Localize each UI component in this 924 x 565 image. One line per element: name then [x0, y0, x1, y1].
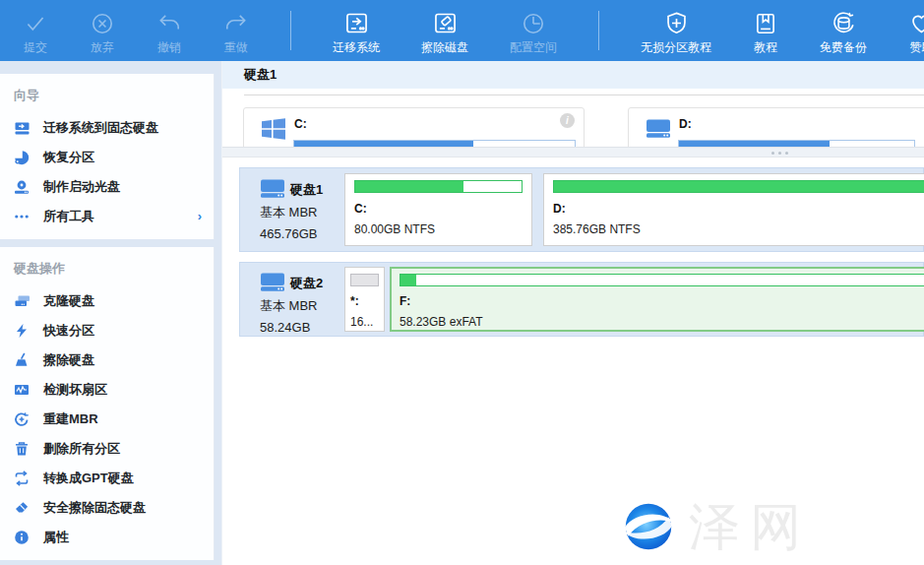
usage-bar	[354, 180, 523, 193]
disk-type: 基本 MBR	[260, 297, 344, 315]
splitter-handle-icon	[771, 152, 774, 155]
shield-plus-icon	[663, 8, 690, 39]
sidebar-item-label: 迁移系统到固态硬盘	[43, 119, 158, 137]
drive-letter: D:	[679, 117, 692, 131]
tab-disk1[interactable]: 硬盘1	[244, 66, 277, 84]
toolbar-separator	[598, 11, 599, 50]
sidebar-item-quick-partition[interactable]: 快速分区	[0, 316, 214, 345]
partition-tutorial-button[interactable]: 无损分区教程	[641, 8, 711, 54]
toolbar-label: 重做	[224, 41, 248, 54]
sidebar-item-rebuild-mbr[interactable]: 重建MBR	[0, 405, 214, 434]
sidebar-item-delete-all-partitions[interactable]: 删除所有分区	[0, 434, 214, 464]
toolbar-label: 撤销	[157, 41, 181, 54]
toolbar-separator	[290, 11, 291, 50]
drive-letter: C:	[294, 117, 307, 131]
sidebar: 向导 迁移系统到固态硬盘 恢复分区 制作启动光盘	[0, 61, 221, 565]
sidebar-item-label: 检测坏扇区	[43, 381, 107, 399]
hard-drive-icon	[260, 178, 285, 199]
check-icon	[23, 8, 48, 39]
rebuild-icon	[14, 411, 31, 427]
partition-block-c[interactable]: C: 80.00GB NTFS	[344, 173, 532, 246]
sidebar-item-erase-disk[interactable]: 擦除硬盘	[0, 345, 214, 375]
disk2-info[interactable]: 硬盘2 基本 MBR 58.24GB	[240, 267, 344, 332]
clone-disk-icon	[14, 293, 31, 309]
usage-bar	[400, 274, 924, 286]
drive-arrow-icon	[14, 120, 31, 136]
disk1-info[interactable]: 硬盘1 基本 MBR 465.76GB	[240, 173, 344, 246]
toolbar-label: 无损分区教程	[641, 41, 711, 54]
sidebar-item-label: 擦除硬盘	[43, 351, 94, 369]
disk-size: 58.24GB	[260, 320, 344, 335]
info-icon	[14, 530, 31, 545]
sidebar-item-check-bad-sectors[interactable]: 检测坏扇区	[0, 375, 214, 405]
sidebar-item-label: 克隆硬盘	[43, 292, 94, 310]
disk-tab-bar: 硬盘1	[222, 61, 924, 89]
toolbar-label: 迁移系统	[333, 41, 380, 54]
info-icon[interactable]	[560, 113, 575, 128]
watermark-text: 泽网	[689, 497, 811, 556]
sidebar-section-wizard: 向导 迁移系统到固态硬盘 恢复分区 制作启动光盘	[0, 74, 215, 239]
overview-card-d[interactable]: D:	[628, 107, 924, 147]
partition-info: 58.23GB exFAT	[400, 315, 924, 329]
sidebar-item-migrate-to-ssd[interactable]: 迁移系统到固态硬盘	[0, 113, 214, 143]
hard-drive-icon	[646, 117, 671, 140]
discard-icon	[90, 8, 115, 39]
sidebar-item-label: 恢复分区	[43, 149, 94, 166]
migrate-system-button[interactable]: 迁移系统	[333, 8, 380, 54]
backup-icon	[831, 8, 857, 39]
configure-space-button[interactable]: 配置空间	[510, 8, 557, 54]
toolbar-label: 赞助	[910, 41, 924, 54]
sidebar-item-label: 转换成GPT硬盘	[43, 470, 134, 487]
sidebar-item-label: 删除所有分区	[43, 440, 120, 458]
tutorial-button[interactable]: 教程	[753, 8, 778, 54]
sidebar-item-secure-erase-ssd[interactable]: 安全擦除固态硬盘	[0, 493, 214, 523]
pie-icon	[14, 150, 31, 165]
sidebar-item-clone-disk[interactable]: 克隆硬盘	[0, 286, 214, 316]
partition-info: 16...	[350, 315, 379, 329]
usage-fill	[554, 181, 924, 192]
chevron-right-icon: ›	[198, 209, 202, 223]
free-backup-button[interactable]: 免费备份	[820, 8, 867, 54]
usage-fill	[351, 275, 378, 285]
partition-block-star[interactable]: *: 16...	[344, 267, 385, 332]
lightning-icon	[14, 323, 31, 339]
submit-button[interactable]: 提交	[23, 8, 48, 54]
undo-button[interactable]: 撤销	[156, 8, 182, 54]
toolbar-label: 提交	[24, 41, 47, 54]
toolbar-label: 擦除磁盘	[421, 41, 468, 54]
discard-button[interactable]: 放弃	[90, 8, 115, 54]
disk-row-2: 硬盘2 基本 MBR 58.24GB *: 16... F:	[239, 262, 924, 337]
panel-splitter[interactable]	[222, 147, 924, 157]
redo-button[interactable]: 重做	[223, 8, 249, 54]
erase-disk-button[interactable]: 擦除磁盘	[421, 8, 468, 54]
partition-letter: D:	[553, 202, 924, 216]
overview-card-c[interactable]: C:	[243, 107, 585, 147]
sidebar-item-properties[interactable]: 属性	[0, 523, 214, 552]
convert-icon	[14, 471, 31, 486]
toolbar-label: 教程	[754, 41, 777, 54]
partition-letter: C:	[354, 202, 523, 216]
migrate-disk-icon	[343, 8, 370, 39]
sidebar-item-make-boot-disc[interactable]: 制作启动光盘	[0, 172, 214, 202]
disc-icon	[14, 179, 31, 195]
disk-map-area: 硬盘1 基本 MBR 465.76GB C: 80.00GB NTFS	[222, 157, 924, 565]
undo-icon	[156, 8, 182, 39]
usage-bar	[293, 140, 576, 147]
sponsor-button[interactable]: 赞助	[908, 8, 924, 54]
trash-icon	[14, 441, 31, 457]
disk-size: 465.76GB	[260, 226, 344, 241]
partition-block-d[interactable]: D: 385.76GB NTFS	[543, 173, 924, 246]
usage-fill	[355, 181, 463, 192]
eraser-icon	[14, 500, 31, 516]
section-title: 硬盘操作	[0, 253, 214, 286]
sidebar-item-convert-to-gpt[interactable]: 转换成GPT硬盘	[0, 464, 214, 493]
sidebar-item-label: 重建MBR	[43, 410, 98, 428]
partition-letter: *:	[350, 294, 379, 308]
toolbar-label: 配置空间	[510, 41, 557, 54]
usage-bar	[350, 274, 379, 286]
partition-block-f-selected[interactable]: F: 58.23GB exFAT	[390, 267, 924, 332]
sidebar-item-all-tools[interactable]: 所有工具 ›	[0, 202, 214, 231]
partition-info: 385.76GB NTFS	[553, 222, 924, 236]
sidebar-item-recover-partition[interactable]: 恢复分区	[0, 143, 214, 172]
disk-name: 硬盘1	[290, 181, 323, 199]
